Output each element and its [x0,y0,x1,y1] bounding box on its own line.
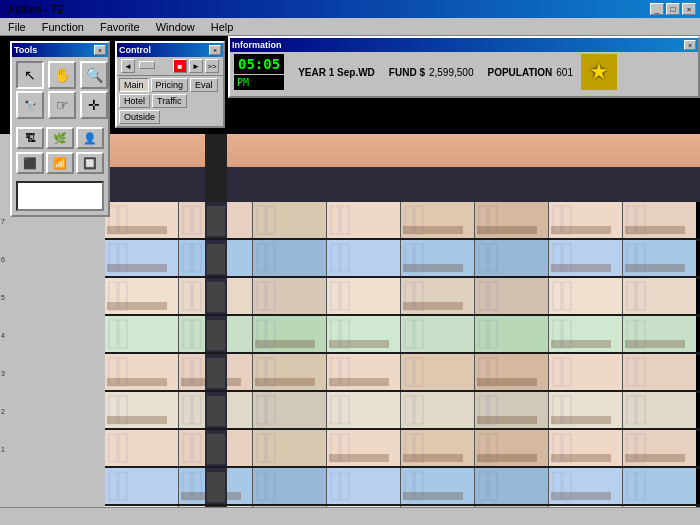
close-button[interactable]: × [682,3,696,15]
game-area: Information × 05:05 PM YEAR 1 Sep.WD FUN… [0,36,700,525]
menu-file[interactable]: File [4,20,30,34]
title-text: Untitled - T2 [4,3,64,15]
tools-panel: Tools × ↖ ✋ 🔍 🔭 ☞ ✛ 🏗 🌿 👤 ⬛ 📶 🔲 [10,41,110,217]
control-slider[interactable] [137,60,171,72]
tab-main[interactable]: Main [119,78,149,92]
control-close-button[interactable]: × [209,45,221,55]
tool-elevator[interactable]: 🔲 [76,152,104,174]
tools-bottom: 🏗 🌿 👤 ⬛ 📶 🔲 [12,123,108,215]
population-label: POPULATION [487,67,552,78]
fund-label: FUND $ [389,67,425,78]
menu-function[interactable]: Function [38,20,88,34]
tool-row-1: 🏗 🌿 👤 [16,127,104,149]
control-speed-btn[interactable]: >> [205,59,219,73]
maximize-button[interactable]: □ [666,3,680,15]
tool-magnify[interactable]: 🔍 [80,61,108,89]
tab-pricing[interactable]: Pricing [151,78,189,92]
tool-telescope[interactable]: 🔭 [16,91,44,119]
time-display: 05:05 [234,54,284,74]
tool-person[interactable]: 👤 [76,127,104,149]
info-close-button[interactable]: × [684,40,696,50]
tools-title-bar: Tools × [12,43,108,57]
status-bar [0,507,700,525]
control-panel: Control × ◄ ■ ► >> Main Pricing Eval Hot… [115,41,225,128]
tab-hotel[interactable]: Hotel [119,94,150,108]
control-title-text: Control [119,45,151,55]
info-title-bar: Information × [230,38,698,52]
menu-window[interactable]: Window [152,20,199,34]
info-title-text: Information [232,40,282,50]
info-content: 05:05 PM YEAR 1 Sep.WD FUND $ 2,599,500 … [230,52,698,92]
population-value: 601 [556,67,573,78]
tab-outside[interactable]: Outside [119,110,160,124]
title-controls: _ □ × [650,3,696,15]
menu-help[interactable]: Help [207,20,238,34]
tool-row-2: ⬛ 📶 🔲 [16,152,104,174]
tool-bulldoze[interactable]: 🏗 [16,127,44,149]
control-slider-area: ◄ ■ ► >> [117,57,223,76]
ampm-display: PM [234,75,284,90]
menu-bar: File Function Favorite Window Help [0,18,700,36]
title-bar: Untitled - T2 _ □ × [0,0,700,18]
menu-favorite[interactable]: Favorite [96,20,144,34]
control-right-btn[interactable]: ► [189,59,203,73]
tool-crosshair[interactable]: ✛ [80,91,108,119]
control-stop-btn[interactable]: ■ [173,59,187,73]
control-tabs: Main Pricing Eval Hotel Traffic Outside [117,76,223,126]
tab-eval[interactable]: Eval [190,78,218,92]
tool-arrow[interactable]: ↖ [16,61,44,89]
tools-grid: ↖ ✋ 🔍 🔭 ☞ ✛ [12,57,108,123]
minimize-button[interactable]: _ [650,3,664,15]
tool-stairs[interactable]: 📶 [46,152,74,174]
tool-open-hand[interactable]: ☞ [48,91,76,119]
control-title-bar: Control × [117,43,223,57]
control-left-btn[interactable]: ◄ [121,59,135,73]
year-display: YEAR 1 Sep.WD [298,67,375,78]
tools-title-text: Tools [14,45,37,55]
tool-preview [16,181,104,211]
tab-traffic[interactable]: Traffic [152,94,187,108]
star-display: ★ [581,54,617,90]
tools-close-button[interactable]: × [94,45,106,55]
tool-floor[interactable]: ⬛ [16,152,44,174]
tool-tree[interactable]: 🌿 [46,127,74,149]
tool-hand[interactable]: ✋ [48,61,76,89]
info-panel: Information × 05:05 PM YEAR 1 Sep.WD FUN… [228,36,700,98]
fund-value: 2,599,500 [429,67,474,78]
